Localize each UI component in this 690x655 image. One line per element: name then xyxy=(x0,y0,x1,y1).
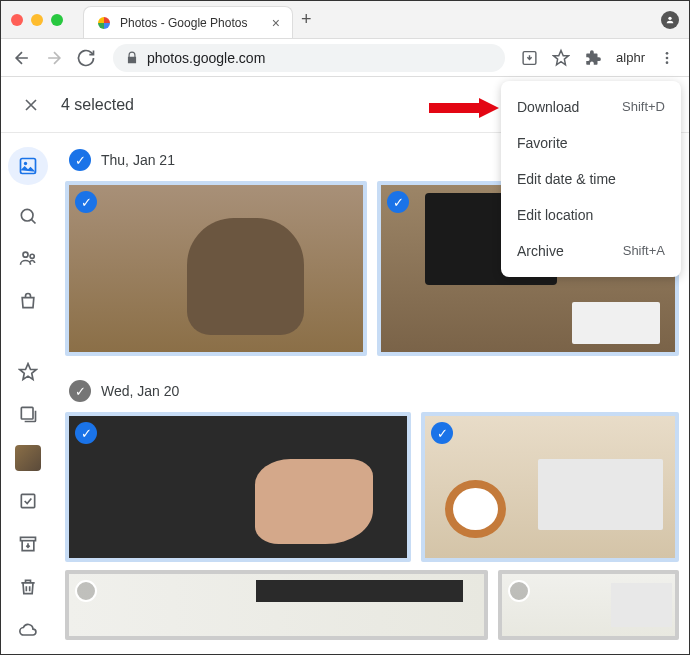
selection-count: 4 selected xyxy=(61,96,134,114)
window-minimize-button[interactable] xyxy=(31,14,43,26)
menu-download[interactable]: Download Shift+D xyxy=(501,89,681,125)
svg-rect-10 xyxy=(21,408,33,420)
rail-utilities[interactable] xyxy=(15,489,41,514)
url-text: photos.google.com xyxy=(147,50,265,66)
svg-rect-11 xyxy=(21,495,34,508)
menu-shortcut: Shift+D xyxy=(622,99,665,115)
side-rail xyxy=(1,133,55,655)
svg-point-8 xyxy=(23,253,28,258)
context-menu: Download Shift+D Favorite Edit date & ti… xyxy=(501,81,681,277)
profile-badge[interactable] xyxy=(661,11,679,29)
menu-favorite[interactable]: Favorite xyxy=(501,125,681,161)
svg-rect-12 xyxy=(21,537,36,540)
rail-thumbnail[interactable] xyxy=(15,445,41,471)
window-close-button[interactable] xyxy=(11,14,23,26)
window-maximize-button[interactable] xyxy=(51,14,63,26)
photo-check-icon[interactable]: ✓ xyxy=(75,191,97,213)
photo-check-icon[interactable]: ✓ xyxy=(431,422,453,444)
rail-archive[interactable] xyxy=(15,532,41,557)
date-label: Wed, Jan 20 xyxy=(101,383,179,399)
menu-label: Archive xyxy=(517,243,564,259)
extensions-icon[interactable] xyxy=(584,48,602,68)
rail-search[interactable] xyxy=(15,203,41,228)
back-button[interactable] xyxy=(11,47,33,69)
install-app-icon[interactable] xyxy=(521,48,538,68)
svg-point-4 xyxy=(666,61,669,64)
tab-title: Photos - Google Photos xyxy=(120,16,264,30)
photo-check-icon[interactable] xyxy=(75,580,97,602)
annotation-arrow xyxy=(429,93,499,123)
reload-button[interactable] xyxy=(75,47,97,69)
rail-photos[interactable] xyxy=(8,147,48,185)
date-header[interactable]: ✓ Wed, Jan 20 xyxy=(65,374,679,412)
svg-point-7 xyxy=(21,209,33,221)
address-bar[interactable]: photos.google.com xyxy=(113,44,505,72)
svg-point-0 xyxy=(668,16,671,19)
photo-thumbnail[interactable] xyxy=(498,570,679,640)
photo-grid xyxy=(65,570,679,640)
menu-edit-location[interactable]: Edit location xyxy=(501,197,681,233)
new-tab-button[interactable]: + xyxy=(301,9,312,30)
photo-thumbnail[interactable]: ✓ xyxy=(65,181,367,356)
photo-thumbnail[interactable]: ✓ xyxy=(421,412,679,562)
browser-toolbar: photos.google.com alphr xyxy=(1,39,689,77)
rail-favorites[interactable] xyxy=(15,359,41,384)
google-photos-favicon xyxy=(96,15,112,31)
rail-trash[interactable] xyxy=(15,574,41,599)
chrome-menu-icon[interactable] xyxy=(659,48,675,68)
menu-edit-date[interactable]: Edit date & time xyxy=(501,161,681,197)
photo-check-icon[interactable] xyxy=(508,580,530,602)
svg-point-9 xyxy=(30,255,34,259)
browser-tab[interactable]: Photos - Google Photos × xyxy=(83,6,293,38)
rail-albums[interactable] xyxy=(15,402,41,427)
menu-shortcut: Shift+A xyxy=(623,243,665,259)
svg-point-2 xyxy=(666,52,669,55)
photo-thumbnail[interactable]: ✓ xyxy=(65,412,411,562)
lock-icon xyxy=(125,51,139,65)
svg-point-6 xyxy=(24,162,27,165)
rail-storage[interactable] xyxy=(15,617,41,642)
close-selection-button[interactable] xyxy=(21,95,41,115)
menu-label: Edit date & time xyxy=(517,171,616,187)
date-check-icon[interactable]: ✓ xyxy=(69,380,91,402)
date-label: Thu, Jan 21 xyxy=(101,152,175,168)
photo-check-icon[interactable]: ✓ xyxy=(387,191,409,213)
bookmark-star-icon[interactable] xyxy=(552,48,570,68)
photo-grid: ✓ ✓ xyxy=(65,412,679,562)
window-titlebar: Photos - Google Photos × + xyxy=(1,1,689,39)
svg-point-3 xyxy=(666,56,669,59)
menu-label: Download xyxy=(517,99,579,115)
svg-rect-13 xyxy=(429,103,479,113)
menu-label: Favorite xyxy=(517,135,568,151)
tab-close-icon[interactable]: × xyxy=(272,15,280,31)
forward-button[interactable] xyxy=(43,47,65,69)
photo-thumbnail[interactable] xyxy=(65,570,488,640)
brand-label: alphr xyxy=(616,50,645,65)
traffic-lights xyxy=(11,14,63,26)
menu-label: Edit location xyxy=(517,207,593,223)
rail-sharing[interactable] xyxy=(15,246,41,271)
menu-archive[interactable]: Archive Shift+A xyxy=(501,233,681,269)
date-check-icon[interactable]: ✓ xyxy=(69,149,91,171)
rail-print-store[interactable] xyxy=(15,289,41,314)
photo-check-icon[interactable]: ✓ xyxy=(75,422,97,444)
toolbar-actions: alphr xyxy=(521,48,675,68)
